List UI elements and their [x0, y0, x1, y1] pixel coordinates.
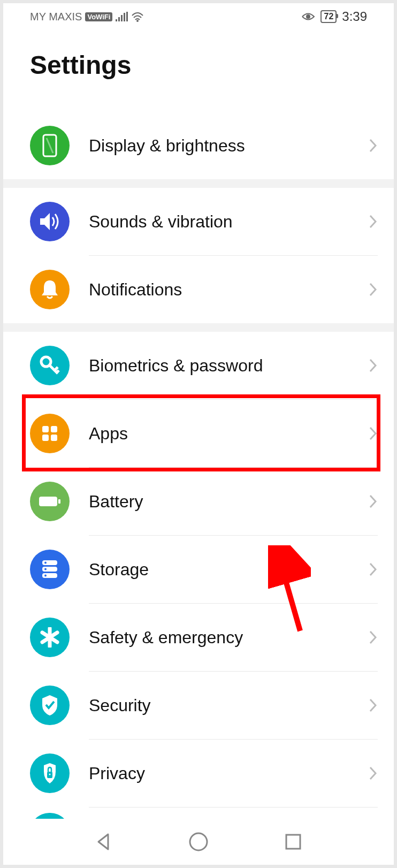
- eye-icon: [301, 12, 315, 21]
- phone-icon: [30, 126, 70, 165]
- settings-group: Sounds & vibration Notifications: [3, 188, 394, 323]
- chevron-right-icon: [368, 138, 378, 154]
- carrier-label: MY MAXIS: [30, 11, 82, 23]
- settings-item-partial[interactable]: [3, 808, 394, 819]
- settings-item-notifications[interactable]: Notifications: [3, 256, 394, 323]
- settings-item-label: Privacy: [89, 764, 368, 783]
- settings-item-sounds[interactable]: Sounds & vibration: [3, 188, 394, 255]
- settings-item-label: Security: [89, 696, 368, 715]
- svg-rect-10: [58, 499, 60, 504]
- settings-item-battery[interactable]: Battery: [3, 468, 394, 535]
- svg-rect-6: [51, 426, 57, 432]
- settings-item-privacy[interactable]: Privacy: [3, 740, 394, 807]
- settings-item-label: Battery: [89, 492, 368, 512]
- chevron-right-icon: [368, 629, 378, 645]
- lock-icon: [30, 753, 70, 793]
- speaker-icon: [30, 202, 70, 241]
- settings-item-label: Display & brightness: [89, 136, 368, 156]
- svg-rect-21: [286, 835, 300, 849]
- svg-rect-8: [51, 435, 57, 441]
- clock-label: 3:39: [342, 9, 367, 24]
- svg-point-20: [190, 833, 207, 850]
- nav-home-button[interactable]: [186, 829, 211, 855]
- chevron-right-icon: [368, 765, 378, 781]
- chevron-right-icon: [368, 425, 378, 441]
- battery-icon: [30, 482, 70, 521]
- svg-point-16: [44, 575, 47, 577]
- settings-item-label: Apps: [89, 424, 368, 444]
- svg-rect-9: [39, 497, 57, 506]
- svg-point-14: [44, 562, 47, 564]
- svg-point-0: [137, 20, 138, 21]
- settings-item-apps[interactable]: Apps: [3, 400, 394, 467]
- svg-line-3: [47, 138, 53, 153]
- settings-item-biometrics[interactable]: Biometrics & password: [3, 332, 394, 399]
- svg-rect-5: [42, 426, 49, 432]
- grid-icon: [30, 414, 70, 453]
- navigation-bar: [3, 819, 394, 865]
- partial-icon: [30, 813, 70, 819]
- settings-item-label: Biometrics & password: [89, 356, 368, 376]
- chevron-right-icon: [368, 357, 378, 374]
- settings-item-security[interactable]: Security: [3, 672, 394, 739]
- nav-recent-button[interactable]: [280, 829, 306, 855]
- svg-rect-7: [42, 435, 49, 441]
- chevron-right-icon: [368, 493, 378, 509]
- asterisk-icon: [30, 618, 70, 657]
- svg-point-15: [44, 568, 47, 570]
- settings-group: Biometrics & password Apps: [3, 332, 394, 819]
- settings-item-label: Sounds & vibration: [89, 212, 368, 232]
- chevron-right-icon: [368, 561, 378, 577]
- svg-point-18: [49, 774, 51, 775]
- settings-item-label: Notifications: [89, 280, 368, 300]
- status-bar: MY MAXIS VoWiFi 72 3:39: [3, 3, 394, 30]
- shield-icon: [30, 686, 70, 725]
- storage-icon: [30, 550, 70, 589]
- chevron-right-icon: [368, 281, 378, 298]
- settings-group: Display & brightness: [3, 112, 394, 179]
- key-icon: [30, 346, 70, 385]
- settings-item-storage[interactable]: Storage: [3, 536, 394, 603]
- settings-list[interactable]: Display & brightness Sounds & vibration: [3, 112, 394, 819]
- wifi-icon: [131, 11, 144, 22]
- page-title: Settings: [3, 30, 394, 112]
- signal-icon: [116, 12, 128, 21]
- settings-item-label: Storage: [89, 560, 368, 580]
- bell-icon: [30, 270, 70, 309]
- chevron-right-icon: [368, 214, 378, 230]
- vowifi-badge: VoWiFi: [85, 12, 112, 21]
- chevron-right-icon: [368, 697, 378, 713]
- settings-item-safety[interactable]: Safety & emergency: [3, 604, 394, 671]
- nav-back-button[interactable]: [91, 829, 117, 855]
- settings-item-display[interactable]: Display & brightness: [3, 112, 394, 179]
- svg-point-1: [307, 15, 310, 18]
- battery-indicator: 72: [320, 10, 337, 23]
- settings-item-label: Safety & emergency: [89, 628, 368, 648]
